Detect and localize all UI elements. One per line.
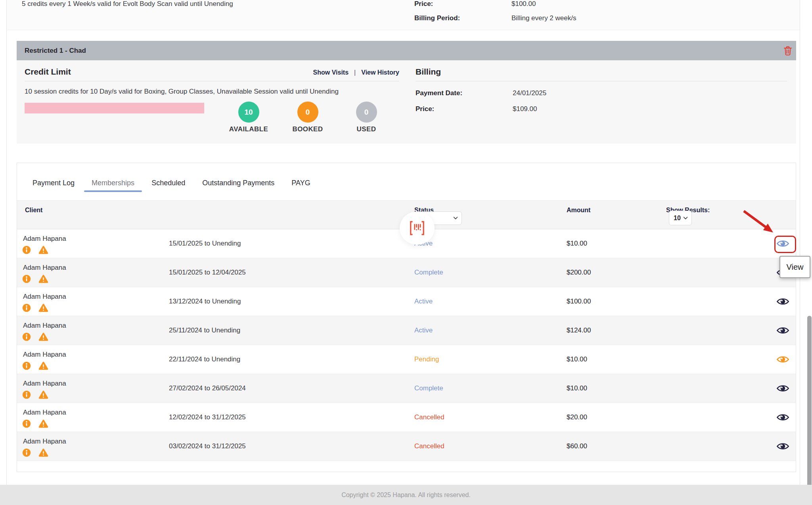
used-count-badge: 0 bbox=[356, 102, 377, 123]
info-icon[interactable] bbox=[22, 390, 31, 399]
annotation-arrow-icon bbox=[738, 208, 778, 238]
vertical-scrollbar[interactable] bbox=[807, 316, 812, 505]
stat-available: 10 AVAILABLE bbox=[225, 102, 272, 133]
membership-period: 15/01/2025 to 12/04/2025 bbox=[169, 269, 246, 277]
tab-memberships[interactable]: Memberships bbox=[92, 179, 134, 187]
eye-icon bbox=[776, 442, 789, 451]
view-membership-button[interactable] bbox=[776, 297, 789, 306]
billing-price-label: Price: bbox=[416, 105, 434, 113]
warning-icon[interactable] bbox=[38, 390, 48, 399]
view-membership-button[interactable] bbox=[776, 384, 789, 393]
membership-period: 25/11/2024 to Unending bbox=[169, 326, 240, 334]
client-name: Adam Hapana bbox=[23, 322, 66, 330]
info-icon[interactable] bbox=[22, 246, 31, 254]
billing-header-row: Billing bbox=[416, 67, 787, 77]
info-icon[interactable] bbox=[22, 332, 31, 341]
amount-text: $100.00 bbox=[567, 298, 591, 305]
warning-icon[interactable] bbox=[38, 246, 48, 254]
amount-text: $200.00 bbox=[567, 269, 591, 277]
client-column-header: Client bbox=[25, 207, 42, 214]
client-name: Adam Hapana bbox=[23, 293, 66, 301]
credit-limit-header-row: Credit Limit Show Visits | View History bbox=[25, 67, 399, 77]
billing-heading: Billing bbox=[416, 67, 441, 77]
info-icon[interactable] bbox=[22, 361, 31, 370]
show-visits-link[interactable]: Show Visits bbox=[313, 69, 349, 76]
loading-spinner bbox=[400, 211, 435, 245]
payment-date-value: 24/01/2025 bbox=[513, 89, 546, 97]
membership-period: 22/11/2024 to Unending bbox=[169, 355, 240, 363]
status-text: Complete bbox=[414, 384, 443, 392]
eye-icon bbox=[776, 326, 789, 335]
view-membership-button[interactable] bbox=[776, 442, 789, 451]
table-row: Adam Hapana 15/01/2025 to 12/04/2025 Com… bbox=[17, 258, 796, 287]
billing-period-value: Billing every 2 week/s bbox=[511, 14, 576, 22]
payment-date-label: Payment Date: bbox=[416, 89, 462, 97]
content-right-border bbox=[800, 0, 800, 485]
status-text: Cancelled bbox=[414, 413, 444, 421]
amount-column-header: Amount bbox=[567, 207, 590, 214]
membership-period: 12/02/2024 to 31/12/2025 bbox=[169, 413, 246, 421]
table-row: Adam Hapana 22/11/2024 to Unending Pendi… bbox=[17, 345, 796, 374]
info-icon[interactable] bbox=[22, 275, 31, 283]
view-membership-button[interactable] bbox=[776, 355, 789, 364]
info-icon[interactable] bbox=[22, 448, 31, 457]
membership-period: 03/02/2024 to 31/12/2025 bbox=[169, 442, 246, 450]
delete-membership-button[interactable] bbox=[783, 46, 792, 56]
barcode-logo-icon bbox=[408, 220, 426, 236]
warning-icon[interactable] bbox=[38, 361, 48, 370]
credit-limit-description: 10 session credits for 10 Day/s valid fo… bbox=[25, 88, 339, 96]
annotation-highlight-box bbox=[774, 236, 796, 253]
membership-period: 15/01/2025 to Unending bbox=[169, 240, 241, 248]
show-results-select[interactable]: 10 bbox=[669, 211, 692, 225]
view-membership-button[interactable] bbox=[776, 413, 789, 422]
status-text: Pending bbox=[414, 355, 439, 363]
restricted-membership-card: Restricted 1 - Chad Credit Limit Show Vi… bbox=[17, 41, 796, 144]
table-row: Adam Hapana 12/02/2024 to 31/12/2025 Can… bbox=[17, 403, 796, 432]
view-history-link[interactable]: View History bbox=[361, 69, 399, 76]
stat-booked: 0 BOOKED bbox=[284, 102, 331, 133]
info-icon[interactable] bbox=[22, 303, 31, 312]
membership-title: Restricted 1 - Chad bbox=[25, 41, 86, 60]
warning-icon[interactable] bbox=[38, 448, 48, 457]
show-results-value: 10 bbox=[674, 215, 681, 222]
tab-scheduled[interactable]: Scheduled bbox=[151, 179, 185, 187]
table-row: Adam Hapana 13/12/2024 to Unending Activ… bbox=[17, 287, 796, 316]
amount-text: $10.00 bbox=[567, 240, 587, 248]
client-name: Adam Hapana bbox=[23, 235, 66, 243]
amount-text: $10.00 bbox=[567, 355, 587, 363]
status-text: Active bbox=[414, 326, 433, 334]
link-separator: | bbox=[354, 69, 356, 76]
tab-payment-log[interactable]: Payment Log bbox=[33, 179, 75, 187]
booked-label: BOOKED bbox=[284, 125, 331, 133]
client-name: Adam Hapana bbox=[23, 380, 66, 388]
warning-icon[interactable] bbox=[38, 303, 48, 312]
price-label: Price: bbox=[414, 0, 433, 8]
credit-limit-heading: Credit Limit bbox=[25, 67, 71, 77]
eye-icon bbox=[776, 297, 789, 306]
view-tooltip: View bbox=[779, 256, 810, 278]
table-row: Adam Hapana 03/02/2024 to 31/12/2025 Can… bbox=[17, 432, 796, 461]
page-footer: Copyright © 2025 Hapana. All rights rese… bbox=[0, 485, 812, 505]
tab-bar: Payment Log Memberships Scheduled Outsta… bbox=[33, 179, 310, 187]
warning-icon[interactable] bbox=[38, 275, 48, 283]
view-membership-button[interactable] bbox=[776, 326, 789, 335]
client-name: Adam Hapana bbox=[23, 351, 66, 359]
available-label: AVAILABLE bbox=[225, 125, 272, 133]
tab-payg[interactable]: PAYG bbox=[291, 179, 310, 187]
amount-text: $20.00 bbox=[567, 413, 587, 421]
used-label: USED bbox=[343, 125, 390, 133]
amount-text: $124.00 bbox=[567, 326, 591, 334]
info-icon[interactable] bbox=[22, 419, 31, 428]
status-text: Cancelled bbox=[414, 442, 444, 450]
tab-outstanding-payments[interactable]: Outstanding Payments bbox=[202, 179, 274, 187]
warning-icon[interactable] bbox=[38, 419, 48, 428]
table-row: Adam Hapana 27/02/2024 to 26/05/2024 Com… bbox=[17, 374, 796, 403]
eye-icon bbox=[776, 384, 789, 393]
eye-icon bbox=[776, 355, 789, 364]
membership-card-header: Restricted 1 - Chad bbox=[17, 41, 796, 60]
previous-membership-card: 5 credits every 1 Week/s valid for Evolt… bbox=[7, 0, 800, 30]
warning-icon[interactable] bbox=[38, 332, 48, 341]
copyright-text: Copyright © 2025 Hapana. All rights rese… bbox=[0, 485, 812, 505]
trash-icon bbox=[783, 46, 792, 56]
membership-period: 27/02/2024 to 26/05/2024 bbox=[169, 384, 246, 392]
